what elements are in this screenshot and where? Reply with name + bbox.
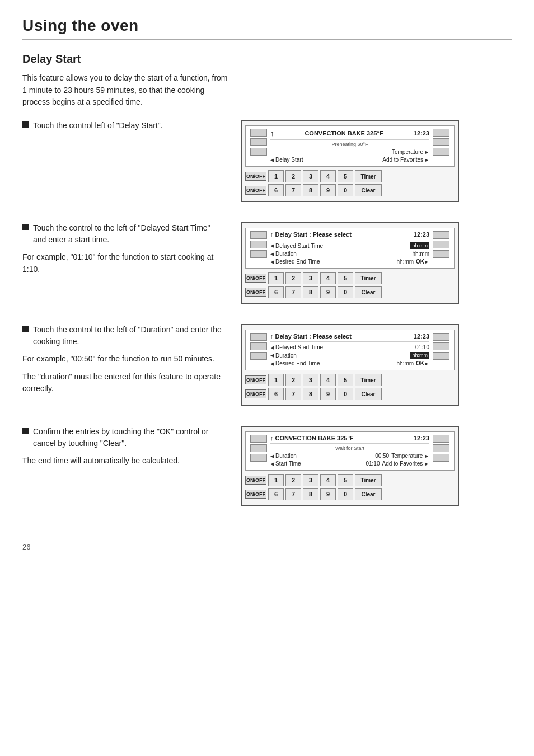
key-timer-1[interactable]: Timer	[355, 170, 382, 182]
s4-key-9[interactable]: 9	[320, 488, 336, 500]
key-8[interactable]: 8	[303, 184, 318, 196]
s2-key-3[interactable]: 3	[303, 272, 318, 284]
key-2[interactable]: 2	[285, 170, 301, 182]
step-4-display-time: 12:23	[414, 435, 429, 442]
s4-right-btn-2[interactable]	[433, 444, 449, 452]
keypad-onoff-2[interactable]: ON/OFF	[245, 186, 266, 195]
left-btn-1[interactable]	[250, 129, 267, 137]
s4-keypad-onoff-2[interactable]: ON/OFF	[245, 490, 266, 499]
s3-left-btn-3[interactable]	[250, 352, 267, 360]
s2-key-4[interactable]: 4	[320, 272, 336, 284]
s2-row-duration: ◀ Duration hh:mm	[270, 250, 429, 257]
s2-key-1[interactable]: 1	[268, 272, 284, 284]
s2-key-8[interactable]: 8	[303, 286, 318, 298]
step-3-bullet: Touch the control to the left of "Durati…	[22, 324, 224, 348]
keypad-onoff-1[interactable]: ON/OFF	[245, 172, 266, 181]
s2-left-btn-3[interactable]	[250, 250, 267, 258]
left-btn-3[interactable]	[250, 148, 267, 156]
s4-key-0[interactable]: 0	[338, 488, 353, 500]
key-1[interactable]: 1	[268, 170, 284, 182]
s2-key-0[interactable]: 0	[338, 286, 353, 298]
s3-left-btn-1[interactable]	[250, 333, 267, 341]
s3-key-8[interactable]: 8	[303, 388, 318, 400]
key-clear-1[interactable]: Clear	[355, 184, 382, 196]
step-1-menu-rows: Temperature ► ◀ Delay Start Add to Favor…	[270, 148, 429, 163]
s4-key-clear[interactable]: Clear	[355, 488, 382, 500]
s4-favorites-label: Add to Favorites ►	[382, 461, 429, 467]
s4-left-btn-1[interactable]	[250, 435, 267, 443]
s3-key-5[interactable]: 5	[338, 374, 353, 386]
s4-key-6[interactable]: 6	[268, 488, 284, 500]
s2-left-btn-2[interactable]	[250, 241, 267, 248]
s2-key-timer[interactable]: Timer	[355, 272, 382, 284]
s4-key-8[interactable]: 8	[303, 488, 318, 500]
key-7[interactable]: 7	[285, 184, 301, 196]
s2-key-clear[interactable]: Clear	[355, 286, 382, 298]
s4-keypad-onoff-1[interactable]: ON/OFF	[245, 476, 266, 485]
s3-key-1[interactable]: 1	[268, 374, 284, 386]
s3-key-6[interactable]: 6	[268, 388, 284, 400]
step-1-bullet-text: Touch the control left of "Delay Start".	[33, 120, 163, 132]
key-3[interactable]: 3	[303, 170, 318, 182]
s4-key-3[interactable]: 3	[303, 474, 318, 486]
s2-key-5[interactable]: 5	[338, 272, 353, 284]
right-btn-3[interactable]	[433, 148, 449, 156]
s4-key-7[interactable]: 7	[285, 488, 301, 500]
key-0[interactable]: 0	[338, 184, 353, 196]
key-4[interactable]: 4	[320, 170, 336, 182]
right-btn-2[interactable]	[433, 138, 449, 146]
left-btn-2[interactable]	[250, 138, 267, 146]
s3-key-7[interactable]: 7	[285, 388, 301, 400]
s3-right-btn-1[interactable]	[433, 333, 449, 341]
s3-key-9[interactable]: 9	[320, 388, 336, 400]
step-2-left-btns	[250, 231, 267, 265]
key-5[interactable]: 5	[338, 170, 353, 182]
s4-right-btn-1[interactable]	[433, 435, 449, 443]
step-2-extra-1: For example, "01:10" for the function to…	[22, 251, 224, 275]
key-9[interactable]: 9	[320, 184, 336, 196]
s2-key-6[interactable]: 6	[268, 286, 284, 298]
s2-keypad-onoff-2[interactable]: ON/OFF	[245, 288, 266, 297]
s4-left-btn-3[interactable]	[250, 454, 267, 462]
s3-key-2[interactable]: 2	[285, 374, 301, 386]
step-3-panel: ↑ Delay Start : Please select 12:23 ◀ De…	[241, 324, 459, 406]
s4-key-1[interactable]: 1	[268, 474, 284, 486]
s3-key-4[interactable]: 4	[320, 374, 336, 386]
step-2-display-content: ↑ Delay Start : Please select 12:23 ◀ De…	[270, 231, 429, 265]
s2-key-7[interactable]: 7	[285, 286, 301, 298]
s4-key-timer[interactable]: Timer	[355, 474, 382, 486]
s3-keypad-onoff-2[interactable]: ON/OFF	[245, 389, 266, 398]
s3-key-0[interactable]: 0	[338, 388, 353, 400]
s3-key-clear[interactable]: Clear	[355, 388, 382, 400]
s3-right-btn-2[interactable]	[433, 342, 449, 350]
section-title: Delay Start	[22, 53, 512, 65]
s3-key-timer[interactable]: Timer	[355, 374, 382, 386]
s3-ok-btn[interactable]: OK►	[416, 360, 429, 367]
s2-ok-btn[interactable]: OK►	[416, 259, 429, 265]
s3-right-btn-3[interactable]	[433, 352, 449, 360]
s4-key-4[interactable]: 4	[320, 474, 336, 486]
right-btn-1[interactable]	[433, 129, 449, 137]
s2-right-btn-3[interactable]	[433, 250, 449, 258]
s4-key-2[interactable]: 2	[285, 474, 301, 486]
s2-arrow-left-3: ◀	[270, 259, 274, 265]
s3-row-duration: ◀ Duration hh:mm	[270, 351, 429, 359]
s4-right-btn-3[interactable]	[433, 454, 449, 462]
s3-key-3[interactable]: 3	[303, 374, 318, 386]
s2-key-9[interactable]: 9	[320, 286, 336, 298]
s4-left-btn-2[interactable]	[250, 444, 267, 452]
key-6[interactable]: 6	[268, 184, 284, 196]
s2-left-btn-1[interactable]	[250, 231, 267, 239]
step-4-keypad-row1: ON/OFF 1 2 3 4 5 Timer	[245, 474, 455, 486]
s2-key-2[interactable]: 2	[285, 272, 301, 284]
s2-desired-label: ◀ Desired End Time	[270, 259, 320, 265]
s4-starttime-right: 01:10 Add to Favorites ►	[366, 461, 429, 467]
step-4-left-btns	[250, 435, 267, 467]
s4-key-5[interactable]: 5	[338, 474, 353, 486]
s2-right-btn-2[interactable]	[433, 241, 449, 248]
s2-keypad-onoff-1[interactable]: ON/OFF	[245, 274, 266, 283]
s2-right-btn-1[interactable]	[433, 231, 449, 239]
s3-keypad-onoff-1[interactable]: ON/OFF	[245, 375, 266, 384]
s2-row-delayed: ◀ Delayed Start Time hh:mm	[270, 242, 429, 250]
s3-left-btn-2[interactable]	[250, 342, 267, 350]
